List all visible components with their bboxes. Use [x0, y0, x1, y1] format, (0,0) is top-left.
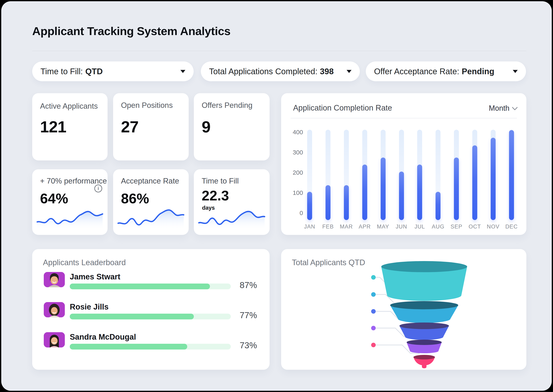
- y-tick-label: 400: [288, 129, 303, 136]
- filter-value: Pending: [462, 67, 494, 76]
- x-tick-label: AUG: [429, 224, 447, 230]
- y-tick-label: 300: [288, 149, 303, 156]
- header-divider: [32, 51, 526, 51]
- sparkline-chart: [36, 206, 104, 230]
- stat-label: Offers Pending: [202, 101, 252, 110]
- sparkline-chart: [117, 206, 185, 230]
- bar: [381, 158, 386, 220]
- kpi-value: 86%: [121, 190, 149, 206]
- leaderboard-row: Sandra McDougal 73%: [32, 332, 270, 359]
- sparkline-chart: [198, 206, 266, 230]
- x-tick-label: OCT: [465, 224, 484, 230]
- filter-time-to-fill[interactable]: Time to Fill: QTD: [32, 62, 194, 81]
- applicant-name: Sandra McDougal: [70, 333, 136, 342]
- bar: [399, 172, 404, 220]
- stat-card-open-positions: Open Positions 27: [113, 93, 189, 161]
- funnel-stage-dot: [371, 292, 376, 297]
- x-tick-label: APR: [355, 224, 374, 230]
- bar: [454, 158, 459, 220]
- funnel-chart: [281, 249, 526, 370]
- progress-fill: [70, 284, 210, 289]
- x-tick-label: JUL: [410, 224, 429, 230]
- progress-percent: 73%: [240, 340, 257, 350]
- kpi-card-performance: + 70% performance i 64%: [32, 169, 108, 235]
- applicant-name: James Stwart: [70, 273, 120, 281]
- filter-value: 398: [320, 67, 334, 76]
- progress-percent: 77%: [240, 310, 257, 320]
- filter-value: QTD: [85, 67, 103, 76]
- caret-down-icon: [180, 70, 185, 73]
- leaderboard-row: James Stwart 87%: [32, 272, 270, 299]
- progress-fill: [70, 344, 187, 350]
- bar: [344, 185, 349, 220]
- info-icon[interactable]: i: [94, 185, 102, 192]
- caret-down-icon: [513, 70, 518, 73]
- avatar: [44, 272, 65, 287]
- bar: [472, 145, 477, 220]
- x-tick-label: JUN: [392, 224, 411, 230]
- avatar: [44, 302, 65, 317]
- filter-label: Offer Acceptance Rate:: [374, 67, 459, 76]
- stat-value: 27: [121, 118, 138, 136]
- x-tick-label: SEP: [447, 224, 466, 230]
- bar-chart-plot: 0100200300400JANFEBMARAPRMAYJUNJULAUGSEP…: [281, 93, 526, 235]
- screenshot-stage: Applicant Tracking System Analytics Time…: [0, 0, 553, 392]
- kpi-label: Time to Fill: [202, 177, 239, 185]
- filter-total-applications[interactable]: Total Applications Completed: 398: [201, 62, 360, 81]
- bar-chart-card: Application Completion Rate Month 010020…: [281, 93, 526, 235]
- stat-card-offers-pending: Offers Pending 9: [194, 93, 270, 161]
- funnel-stage-dot: [371, 326, 376, 330]
- bar: [325, 185, 330, 220]
- page-title: Applicant Tracking System Analytics: [32, 24, 230, 38]
- stat-value: 121: [40, 118, 66, 136]
- progress-fill: [70, 314, 194, 319]
- bar: [509, 130, 514, 220]
- leaderboard-card: Applicants Leaderboard James Stwart 87%: [32, 249, 270, 370]
- x-tick-label: FEB: [318, 224, 338, 230]
- stat-value: 9: [202, 118, 210, 136]
- kpi-value: 64%: [40, 190, 68, 206]
- leaderboard-title: Applicants Leaderboard: [43, 258, 126, 267]
- funnel-stage-dot: [371, 309, 376, 314]
- x-tick-label: MAR: [337, 224, 356, 230]
- filter-label: Time to Fill:: [40, 67, 83, 76]
- dashboard-root: Applicant Tracking System Analytics Time…: [1, 1, 552, 391]
- filter-offer-acceptance[interactable]: Offer Acceptance Rate: Pending: [366, 62, 526, 81]
- leaderboard-row: Rosie Jills 77%: [32, 302, 270, 329]
- kpi-value: 22.3: [202, 188, 229, 203]
- funnel-stage-dot: [371, 343, 376, 347]
- bar: [307, 192, 312, 220]
- x-tick-label: NOV: [484, 224, 503, 230]
- funnel-stage-dot: [371, 275, 376, 280]
- x-tick-label: DEC: [502, 224, 521, 230]
- stat-card-active-applicants: Active Applicants 121: [32, 93, 108, 161]
- progress-percent: 87%: [240, 280, 257, 290]
- funnel-card: Total Applicants QTD: [281, 249, 526, 370]
- bar: [362, 165, 367, 220]
- avatar: [44, 332, 65, 347]
- applicant-name: Rosie Jills: [70, 302, 108, 311]
- y-tick-label: 0: [288, 210, 303, 217]
- bar: [417, 165, 422, 220]
- kpi-label: Acceptance Rate: [121, 177, 179, 185]
- kpi-label: + 70% performance: [40, 177, 107, 185]
- bar: [491, 138, 496, 220]
- filter-label: Total Applications Completed:: [209, 67, 317, 76]
- caret-down-icon: [347, 70, 352, 73]
- progress-track: [70, 284, 231, 289]
- kpi-card-time-to-fill: Time to Fill 22.3 days: [194, 169, 270, 235]
- y-tick-label: 200: [288, 169, 303, 176]
- kpi-card-acceptance-rate: Acceptance Rate 86%: [113, 169, 189, 235]
- stat-label: Active Applicants: [40, 102, 98, 111]
- x-tick-label: MAY: [374, 224, 393, 230]
- x-tick-label: JAN: [300, 224, 319, 230]
- stat-label: Open Positions: [121, 101, 173, 110]
- y-tick-label: 100: [288, 189, 303, 196]
- progress-track: [70, 344, 231, 350]
- progress-track: [70, 314, 231, 319]
- bar: [436, 192, 440, 220]
